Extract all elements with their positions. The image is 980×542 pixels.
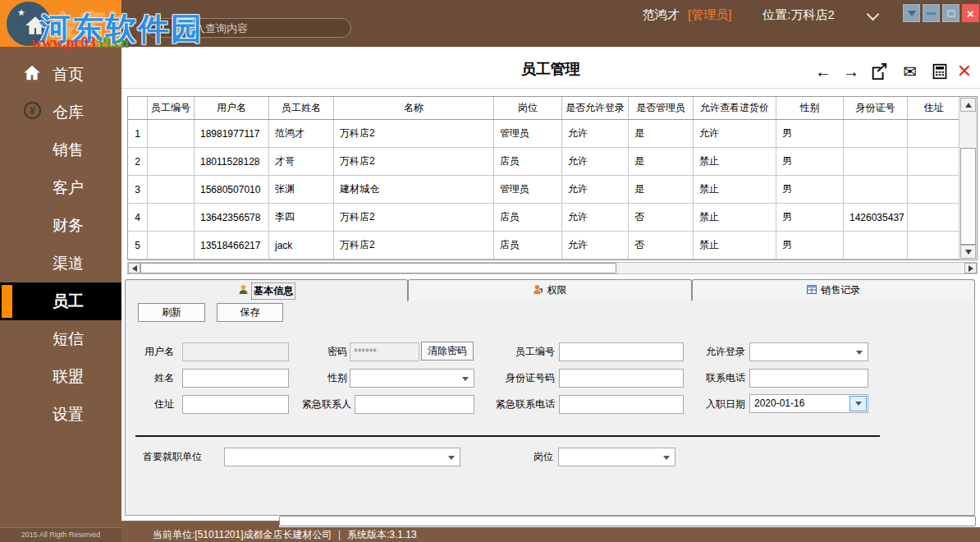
address-field[interactable]: [182, 395, 289, 414]
column-header[interactable]: 身份证号: [844, 97, 908, 119]
chevron-down-icon[interactable]: [868, 10, 878, 20]
table-cell: [148, 120, 195, 147]
calculator-icon[interactable]: [929, 61, 950, 82]
table-cell: [844, 148, 908, 175]
tab-基本信息[interactable]: 基本信息: [125, 279, 408, 301]
emergency-phone-field[interactable]: [559, 395, 684, 414]
sidebar-item-2[interactable]: ¥仓库: [0, 94, 121, 131]
sidebar-item-8[interactable]: 短信: [0, 320, 121, 358]
sidebar-item-4[interactable]: 客户: [0, 169, 121, 207]
position-select[interactable]: [558, 448, 675, 466]
column-header[interactable]: 允许查看进货价: [694, 97, 776, 119]
table-cell: [148, 232, 195, 259]
sidebar-item-9[interactable]: 联盟: [0, 358, 121, 396]
primary-unit-select[interactable]: [224, 448, 460, 466]
table-row[interactable]: 218011528128才哥万科店2店员允许是禁止男: [128, 148, 977, 176]
column-header[interactable]: 用户名: [195, 97, 269, 119]
column-header[interactable]: 员工姓名: [269, 97, 334, 119]
table-cell: 是: [629, 148, 694, 175]
table-cell: 男: [776, 204, 844, 231]
column-header[interactable]: 岗位: [494, 97, 562, 119]
table-cell: 允许: [562, 120, 629, 147]
horizontal-scroll-thumb[interactable]: [140, 263, 616, 273]
table-row[interactable]: 315680507010张渊建材城仓管理员允许是禁止男: [128, 176, 977, 204]
scroll-up-button[interactable]: [960, 98, 976, 112]
save-button[interactable]: 保存: [217, 303, 283, 322]
username-field[interactable]: [182, 342, 289, 361]
allow-login-select[interactable]: [749, 342, 868, 361]
table-cell: 18981977117: [195, 120, 269, 147]
table-row[interactable]: 118981977117范鸿才万科店2管理员允许是允许男: [128, 120, 977, 148]
forward-arrow-icon[interactable]: →: [840, 61, 862, 82]
vertical-scrollbar[interactable]: [959, 97, 977, 260]
column-header[interactable]: 住址: [908, 97, 960, 119]
sidebar-item-1[interactable]: 首页: [0, 56, 121, 94]
hire-date-dropdown-button[interactable]: [849, 396, 867, 411]
table-row[interactable]: 513518466217jack万科店2店员允许否禁止男: [128, 232, 977, 260]
back-arrow-icon[interactable]: ←: [813, 61, 834, 82]
window-minimize-button[interactable]: [923, 4, 940, 22]
employee-no-field[interactable]: [559, 342, 684, 361]
watermark-url: www.pc0359.cn: [31, 34, 129, 52]
refresh-button[interactable]: 刷新: [138, 303, 205, 322]
export-icon[interactable]: [868, 61, 890, 82]
table-cell: [148, 176, 195, 203]
column-header[interactable]: 员工编号: [148, 97, 195, 119]
hire-date-value: 2020-01-16: [754, 397, 804, 409]
sidebar-item-label: 短信: [53, 328, 84, 350]
row-number: 3: [128, 176, 148, 203]
table-cell: 管理员: [494, 176, 562, 203]
status-text: 当前单位:[51011201]成都金店长建材公司 ｜ 系统版本:3.1.13: [153, 527, 417, 542]
column-header[interactable]: 名称: [334, 97, 494, 119]
window-maximize-button[interactable]: [942, 4, 959, 22]
address-label: 住址: [123, 395, 174, 414]
scroll-left-button[interactable]: [128, 263, 140, 273]
table-row[interactable]: 413642356578李四万科店2店员允许否禁止男1426035437: [128, 204, 977, 232]
triangle-down-icon: [908, 11, 916, 16]
id-number-label: 身份证号码: [491, 369, 555, 388]
sidebar-item-5[interactable]: 财务: [0, 207, 121, 245]
column-header[interactable]: 性别: [776, 97, 844, 119]
tab-销售记录[interactable]: 销售记录: [692, 279, 975, 301]
sidebar-item-6[interactable]: 渠道: [0, 245, 121, 282]
table-cell: [908, 176, 960, 203]
scroll-right-button[interactable]: [964, 263, 977, 273]
user-role-badge: [管理员]: [688, 7, 731, 23]
hire-date-picker[interactable]: 2020-01-16: [749, 394, 868, 413]
column-header[interactable]: [128, 97, 148, 119]
table-cell: 13642356578: [195, 204, 269, 231]
mail-icon[interactable]: ✉: [900, 61, 921, 82]
emergency-contact-field[interactable]: [355, 395, 474, 414]
window-dropdown-button[interactable]: [903, 4, 920, 22]
primary-unit-label: 首要就职单位: [133, 448, 202, 466]
table-cell: 允许: [562, 176, 629, 203]
column-header[interactable]: 是否允许登录: [562, 97, 629, 119]
sidebar-item-7[interactable]: 员工: [0, 282, 121, 320]
horizontal-scrollbar[interactable]: [127, 262, 978, 274]
employee-table: 员工编号用户名员工姓名名称岗位是否允许登录是否管理员允许查看进货价性别身份证号住…: [127, 96, 978, 260]
close-page-icon[interactable]: ✕: [954, 61, 975, 82]
sidebar-item-10[interactable]: 设置: [0, 396, 121, 434]
copyright-text: 2015 All Rigth Reserved: [0, 527, 121, 542]
scroll-down-button[interactable]: [960, 245, 976, 259]
system-version: 系统版本:3.1.13: [347, 529, 417, 540]
vertical-scroll-thumb[interactable]: [960, 148, 976, 245]
name-field[interactable]: [182, 369, 289, 388]
column-header[interactable]: 是否管理员: [629, 97, 694, 119]
table-cell: 18011528128: [195, 148, 269, 175]
tab-权限[interactable]: 权限: [408, 279, 691, 301]
gender-select[interactable]: [350, 369, 474, 388]
password-field[interactable]: [350, 342, 419, 361]
table-cell: 建材城仓: [334, 176, 494, 203]
svg-text:¥: ¥: [30, 105, 35, 117]
table-cell: 店员: [494, 232, 562, 259]
table-cell: 男: [776, 120, 844, 147]
username-label: 用户名: [123, 342, 174, 361]
phone-field[interactable]: [749, 369, 868, 388]
id-number-field[interactable]: [559, 369, 684, 388]
clear-password-button[interactable]: 清除密码: [421, 342, 474, 361]
window-close-button[interactable]: ×: [962, 4, 979, 22]
status-bar: 2015 All Rigth Reserved 当前单位:[51011201]成…: [0, 527, 980, 542]
row-number: 4: [128, 204, 148, 231]
sidebar-item-3[interactable]: 销售: [0, 131, 121, 169]
